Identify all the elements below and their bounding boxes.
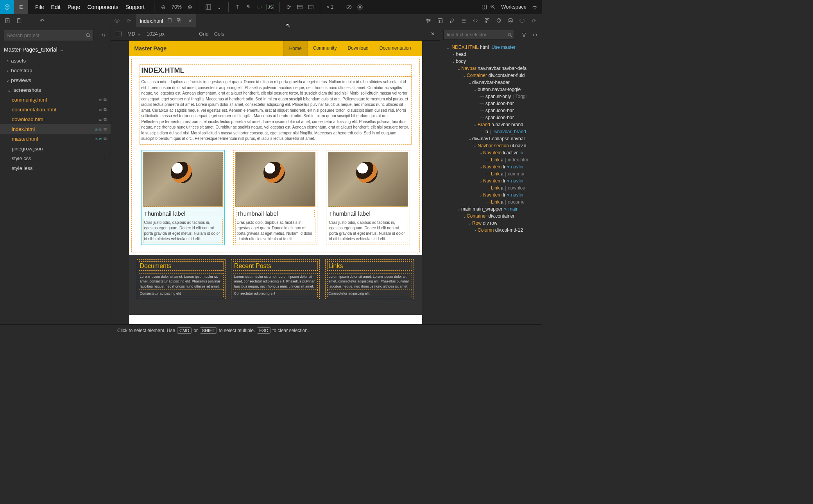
secondary-logo-icon[interactable]: E <box>14 0 28 14</box>
zoom-in-icon[interactable]: ⊕ <box>186 3 194 11</box>
preview-paragraph[interactable]: Cras justo odio, dapibus ac facilisis in… <box>140 77 412 145</box>
file-master[interactable]: master.html⎄⎄⧉ <box>0 134 111 144</box>
dom-nav-item[interactable]: ⌄Nav item li✎ navlin <box>440 163 542 170</box>
edit-icon[interactable]: ✎ <box>494 130 497 134</box>
panel-plugin-icon[interactable] <box>494 16 503 25</box>
dom-icon-bar[interactable]: —span.icon-bar <box>440 100 542 107</box>
project-title[interactable]: Master-Pages_tutorial ⌄ <box>0 43 111 56</box>
file-style-css[interactable]: style.css⋯ <box>0 154 111 163</box>
footer-text[interactable]: Lorem ipsum dolor sit amet. Lorem ipsum … <box>327 273 412 290</box>
refresh-tab-icon[interactable]: ⟳ <box>124 16 133 25</box>
zoom-out-icon[interactable]: ⊖ <box>159 3 168 11</box>
dom-code-icon[interactable] <box>530 30 539 39</box>
dom-search-input[interactable] <box>443 30 514 40</box>
edit-icon[interactable]: ✎ <box>520 151 523 155</box>
footer-text[interactable]: Lorem ipsum dolor sit amet. Lorem ipsum … <box>233 273 318 290</box>
menu-support[interactable]: Support <box>125 4 145 10</box>
edit-icon[interactable]: ✎ <box>507 193 510 197</box>
layout-icon[interactable] <box>204 3 213 11</box>
filter-target-icon[interactable] <box>519 30 528 39</box>
duplicate-icon[interactable]: ⧉ <box>104 127 107 132</box>
tab-overlap-icon[interactable] <box>176 18 182 24</box>
duplicate-icon[interactable]: ⧉ <box>104 97 107 102</box>
component-icon[interactable]: ⎄ <box>95 136 98 141</box>
help-icon[interactable] <box>480 3 489 11</box>
link-icon[interactable]: ⎄ <box>99 127 102 132</box>
grid-toggle[interactable]: Grid <box>199 31 209 37</box>
js-tool-icon[interactable]: JS <box>266 3 275 11</box>
dom-nav-item[interactable]: ⌄Nav item li✎ navlin <box>440 177 542 184</box>
cols-toggle[interactable]: Cols <box>214 31 224 37</box>
footer-text[interactable]: Lorem ipsum dolor sit amet. Lorem ipsum … <box>139 273 224 290</box>
dom-sr-only[interactable]: —span.sr-only|Toggl <box>440 93 542 100</box>
zoom-fit-icon[interactable] <box>489 3 497 11</box>
panel-eye-icon[interactable] <box>518 16 526 25</box>
help-tool-icon[interactable] <box>356 3 364 11</box>
menu-components[interactable]: Components <box>87 4 118 10</box>
folder-screenshots[interactable]: screenshots <box>0 85 111 95</box>
filter-icon[interactable] <box>99 31 107 40</box>
dom-link[interactable]: —Link a|downloa <box>440 184 542 191</box>
coffee-icon[interactable] <box>530 3 539 11</box>
dom-link[interactable]: —Link a|index.htm <box>440 156 542 163</box>
folder-previews[interactable]: previews <box>0 75 111 85</box>
dom-icon-bar[interactable]: —span.icon-bar <box>440 114 542 121</box>
duplicate-icon[interactable]: ⧉ <box>104 117 107 122</box>
footer-documents[interactable]: Documents Lorem ipsum dolor sit amet. Lo… <box>137 259 226 299</box>
file-style-less[interactable]: style.less <box>0 163 111 173</box>
dom-nav-item[interactable]: ⌄Nav item li.active✎ <box>440 149 542 156</box>
panel-brush-icon[interactable] <box>448 16 456 25</box>
menu-page[interactable]: Page <box>68 4 81 10</box>
panel-reload-icon[interactable]: ⟳ <box>530 16 538 25</box>
project-search-input[interactable] <box>3 30 93 41</box>
dom-nav-item[interactable]: ⌄Nav item li✎ navlin <box>440 191 542 198</box>
browser-icon[interactable] <box>295 3 304 11</box>
preview-nav-community[interactable]: Community <box>308 41 342 56</box>
preview-thumbnail-1[interactable]: Thumbnail label Cras justo odio, dapibus… <box>141 150 225 245</box>
dom-index-html[interactable]: ⌄INDEX.HTML html Use master <box>440 44 542 51</box>
tab-close-icon[interactable]: ✕ <box>188 18 192 24</box>
search-icon[interactable] <box>84 31 93 40</box>
save-icon[interactable] <box>15 16 23 25</box>
eye-icon[interactable] <box>113 16 121 25</box>
thumb-text[interactable]: Cras justo odio, dapibus ac facilisis in… <box>328 219 408 243</box>
search-icon[interactable] <box>505 30 514 39</box>
dom-navbar-toggle[interactable]: ⌄button.navbar-toggle <box>440 86 542 93</box>
footer-links[interactable]: Links Lorem ipsum dolor sit amet. Lorem … <box>325 259 414 299</box>
edit-icon[interactable]: ✎ <box>507 179 510 183</box>
menu-file[interactable]: File <box>35 4 44 10</box>
footer-recent[interactable]: Recent Posts Lorem ipsum dolor sit amet.… <box>231 259 320 299</box>
dom-b[interactable]: —b|✎navbar_brand <box>440 128 542 135</box>
text-tool-icon[interactable] <box>233 3 242 11</box>
dom-brand[interactable]: ⌄Brand a.navbar-brand <box>440 121 542 128</box>
import-icon[interactable] <box>3 16 12 25</box>
preview-thumbnail-2[interactable]: Thumbnail label Cras justo odio, dapibus… <box>233 150 317 245</box>
dom-row[interactable]: ⌄Row div.row <box>440 220 542 227</box>
device-icon[interactable] <box>116 32 122 36</box>
workspace-menu[interactable]: Workspace <box>497 4 530 10</box>
undo-icon[interactable]: ↶ <box>38 16 46 25</box>
file-documentation[interactable]: documentation.html⎄⧉ <box>0 105 111 114</box>
footer-heading[interactable]: Documents <box>139 261 224 271</box>
panel-code-icon[interactable] <box>471 16 480 25</box>
preview-thumbnail-3[interactable]: Thumbnail label Cras justo odio, dapibus… <box>326 150 410 245</box>
menu-edit[interactable]: Edit <box>51 4 61 10</box>
breakpoint-selector[interactable]: MD ⌄ <box>127 31 141 37</box>
file-index[interactable]: index.html⎄⎄⧉ <box>0 124 111 134</box>
link-icon[interactable]: ⎄ <box>99 136 102 141</box>
dom-container[interactable]: ⌄Container div.container-fluid <box>440 72 542 79</box>
tab-device-icon[interactable] <box>167 18 172 24</box>
folder-assets[interactable]: assets <box>0 56 111 66</box>
file-download[interactable]: download.html⎄⧉ <box>0 114 111 124</box>
preview-nav-download[interactable]: Download <box>342 41 374 56</box>
dom-link[interactable]: —Link a|docume <box>440 198 542 206</box>
window-icon[interactable] <box>306 3 315 11</box>
panel-list-icon[interactable] <box>459 16 468 25</box>
panel-settings-icon[interactable] <box>424 16 433 25</box>
preview-heading[interactable]: INDEX.HTML <box>140 64 412 77</box>
dom-collapse[interactable]: ⌄div#nav1.collapse.navbar <box>440 135 542 142</box>
dom-navbar-header[interactable]: ⌄div.navbar-header <box>440 79 542 86</box>
folder-bootstrap[interactable]: bootstrap <box>0 66 111 75</box>
chevron-down-icon[interactable]: ⌄ <box>215 3 224 11</box>
panel-tree-icon[interactable] <box>483 16 491 25</box>
